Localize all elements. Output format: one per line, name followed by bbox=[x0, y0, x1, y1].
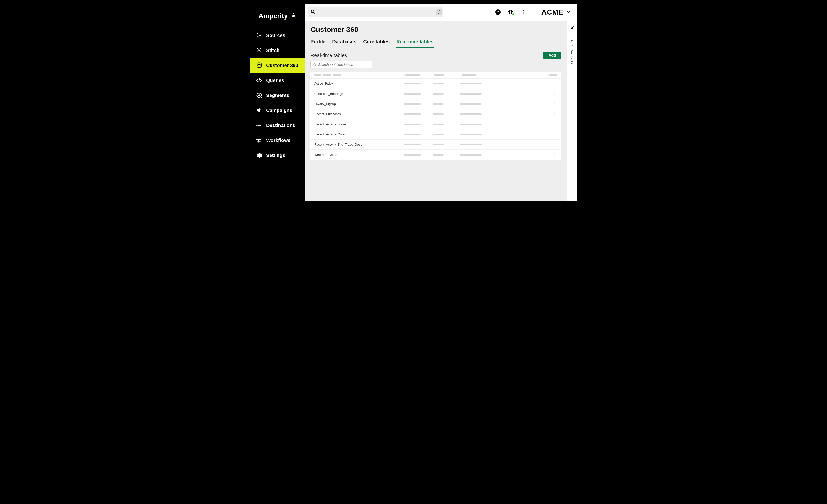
cell-skeleton bbox=[460, 83, 482, 85]
svg-point-45 bbox=[554, 155, 555, 155]
svg-point-14 bbox=[495, 9, 501, 15]
row-kebab-icon[interactable] bbox=[552, 142, 557, 148]
row-kebab-icon[interactable] bbox=[552, 131, 557, 137]
cell-skeleton bbox=[460, 113, 482, 115]
cell-skeleton bbox=[404, 113, 421, 115]
sidebar-item-label: Stitch bbox=[266, 48, 280, 53]
brand-ampersand-icon bbox=[289, 12, 296, 20]
sidebar-item-workflows[interactable]: Workflows bbox=[250, 133, 305, 148]
row-kebab-icon[interactable] bbox=[552, 111, 557, 117]
svg-point-27 bbox=[554, 94, 555, 95]
gift-icon[interactable] bbox=[507, 9, 514, 15]
global-search[interactable]: / bbox=[307, 7, 443, 17]
svg-point-43 bbox=[554, 153, 555, 154]
svg-point-36 bbox=[554, 124, 555, 125]
svg-point-44 bbox=[554, 154, 555, 155]
chevron-down-icon bbox=[566, 9, 571, 15]
svg-point-40 bbox=[554, 143, 555, 143]
tab-core-tables[interactable]: Core tables bbox=[363, 39, 390, 48]
row-kebab-icon[interactable] bbox=[552, 152, 557, 158]
table-header bbox=[310, 71, 561, 79]
slash-hint: / bbox=[436, 9, 442, 15]
add-button[interactable]: Add bbox=[543, 52, 561, 58]
sidebar-item-label: Segments bbox=[266, 93, 289, 98]
right-rail: RECENT ACTIVITY bbox=[567, 20, 577, 201]
table-row[interactable]: Recent_Activity_The_Trade_Desk bbox=[310, 140, 561, 150]
sources-icon bbox=[256, 32, 262, 39]
section-head: Real-time tables Add bbox=[310, 52, 561, 58]
table-row[interactable]: Cancelled_Bookings bbox=[310, 89, 561, 99]
cell-skeleton bbox=[433, 103, 443, 105]
row-kebab-icon[interactable] bbox=[552, 81, 557, 87]
row-kebab-icon[interactable] bbox=[552, 91, 557, 97]
table-row[interactable]: Recent_Activity_Criteo bbox=[310, 130, 561, 140]
table-row[interactable]: Active_Today bbox=[310, 79, 561, 89]
gear-icon bbox=[256, 152, 262, 158]
tab-profile[interactable]: Profile bbox=[310, 39, 326, 48]
org-name: ACME bbox=[541, 8, 563, 16]
svg-point-20 bbox=[523, 13, 524, 14]
sidebar-item-label: Campaigns bbox=[266, 108, 292, 113]
cell-skeleton bbox=[404, 144, 421, 145]
database-icon bbox=[256, 62, 262, 68]
kebab-menu-icon[interactable] bbox=[520, 9, 526, 15]
code-icon bbox=[256, 77, 262, 84]
tables-list: Active_Today Cancelled_Bookings Loyalty_… bbox=[310, 71, 561, 160]
svg-point-37 bbox=[554, 133, 555, 133]
sidebar-item-campaigns[interactable]: Campaigns bbox=[250, 103, 305, 118]
sidebar-item-customer-360[interactable]: Customer 360 bbox=[250, 58, 305, 73]
tabs: Profile Databases Core tables Real-time … bbox=[310, 39, 561, 48]
tab-databases[interactable]: Databases bbox=[332, 39, 356, 48]
page-title: Customer 360 bbox=[310, 26, 561, 34]
cell-skeleton bbox=[460, 123, 482, 125]
table-row[interactable]: Website_Events bbox=[310, 150, 561, 160]
svg-point-0 bbox=[294, 16, 295, 17]
filter-input[interactable] bbox=[318, 63, 370, 66]
table-row[interactable]: Loyalty_Signup bbox=[310, 99, 561, 109]
filter-box[interactable] bbox=[310, 61, 372, 68]
row-kebab-icon[interactable] bbox=[552, 121, 557, 127]
brand: Amperity bbox=[250, 12, 305, 26]
svg-point-19 bbox=[523, 12, 524, 12]
svg-point-3 bbox=[260, 35, 261, 36]
sidebar-item-label: Customer 360 bbox=[266, 63, 298, 68]
sidebar-item-label: Destinations bbox=[266, 122, 295, 128]
cell-skeleton bbox=[460, 93, 482, 95]
tab-real-time-tables[interactable]: Real-time tables bbox=[396, 39, 433, 48]
cell-skeleton bbox=[460, 134, 482, 135]
svg-point-39 bbox=[554, 135, 555, 135]
svg-point-6 bbox=[258, 50, 260, 51]
org-switcher[interactable]: ACME bbox=[541, 8, 571, 16]
sidebar-item-queries[interactable]: Queries bbox=[250, 73, 305, 88]
table-name: Website_Events bbox=[314, 153, 404, 156]
svg-point-32 bbox=[554, 113, 555, 114]
collapse-icon[interactable] bbox=[570, 26, 575, 31]
sidebar-item-label: Settings bbox=[266, 153, 285, 158]
table-row[interactable]: Recent_Purchases bbox=[310, 109, 561, 119]
cell-skeleton bbox=[460, 103, 482, 105]
sidebar-item-segments[interactable]: Segments bbox=[250, 88, 305, 103]
th-skeleton bbox=[405, 74, 420, 76]
th-skeleton bbox=[462, 74, 476, 76]
table-name: Active_Today bbox=[314, 82, 404, 85]
table-row[interactable]: Recent_Activity_Braze bbox=[310, 119, 561, 130]
cell-skeleton bbox=[404, 154, 421, 155]
svg-point-18 bbox=[523, 10, 524, 11]
right-rail-label[interactable]: RECENT ACTIVITY bbox=[571, 36, 574, 65]
svg-point-12 bbox=[256, 125, 258, 126]
row-kebab-icon[interactable] bbox=[552, 101, 557, 107]
destinations-icon bbox=[256, 122, 262, 129]
svg-point-41 bbox=[554, 144, 555, 144]
sidebar-item-settings[interactable]: Settings bbox=[250, 148, 305, 163]
global-search-input[interactable] bbox=[318, 10, 440, 14]
cell-skeleton bbox=[433, 144, 443, 145]
th-skeleton bbox=[323, 74, 331, 76]
table-name: Recent_Purchases bbox=[314, 112, 404, 116]
sidebar-item-stitch[interactable]: Stitch bbox=[250, 43, 305, 58]
cell-skeleton bbox=[404, 123, 421, 125]
help-icon[interactable] bbox=[495, 9, 501, 15]
sidebar-item-destinations[interactable]: Destinations bbox=[250, 118, 305, 133]
notification-dot bbox=[512, 13, 515, 15]
sidebar-item-label: Workflows bbox=[266, 138, 291, 143]
sidebar-item-sources[interactable]: Sources bbox=[250, 28, 305, 43]
